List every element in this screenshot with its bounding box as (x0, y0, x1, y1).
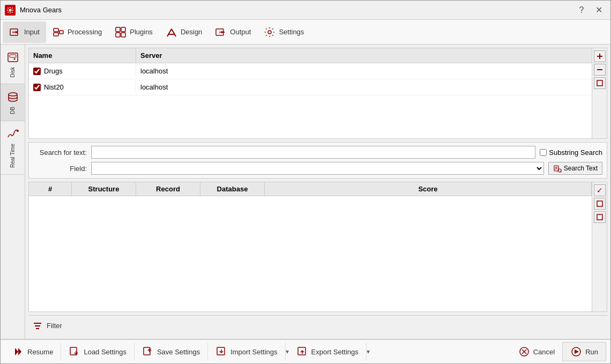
square-icon (596, 79, 603, 87)
db-name-cell: Drugs (29, 65, 136, 77)
main-window: Mnova Gears ? ✕ Input Processin (0, 0, 611, 364)
toolbar-item-output[interactable]: Output (208, 21, 257, 43)
save-settings-label: Save Settings (157, 348, 200, 356)
processing-label: Processing (68, 28, 102, 36)
results-section: # Structure Record Database Score ✓ (28, 182, 607, 312)
help-button[interactable]: ? (574, 4, 589, 16)
export-dropdown-arrow[interactable]: ▾ (367, 348, 370, 355)
svg-point-0 (9, 9, 12, 11)
app-icon (5, 5, 16, 16)
import-settings-button[interactable]: Import Settings (208, 343, 285, 361)
svg-rect-9 (121, 27, 125, 32)
filter-label: Filter (47, 322, 62, 330)
db-table-section: Name Server Drugs localhost (28, 48, 607, 139)
content-wrapper: Name Server Drugs localhost (25, 44, 610, 339)
output-label: Output (230, 28, 251, 36)
db-name-cell: Nist20 (29, 81, 136, 93)
col-hash-header: # (29, 182, 72, 196)
svg-marker-49 (575, 350, 579, 354)
toolbar-item-settings[interactable]: Settings (257, 21, 310, 43)
config-db-button[interactable] (594, 77, 606, 89)
main-content: Disk DB Real Time (1, 44, 610, 339)
drugs-server: localhost (136, 65, 592, 77)
run-button[interactable]: Run (562, 342, 606, 361)
filter-bar: Filter (28, 315, 607, 336)
svg-rect-41 (217, 347, 225, 355)
cancel-label: Cancel (533, 348, 555, 356)
save-settings-button[interactable]: Save Settings (135, 343, 208, 361)
db-right-buttons (592, 48, 607, 138)
titlebar-buttons: ? ✕ (574, 4, 606, 16)
select-all-button[interactable]: ✓ (594, 184, 606, 196)
sidebar-tab-db[interactable]: DB (1, 84, 25, 121)
svg-rect-33 (597, 201, 602, 206)
bottom-toolbar: Resume Load Settings Save Settings (1, 339, 610, 363)
search-text-row: Search for text: Substring Search (33, 146, 602, 159)
processing-icon (53, 26, 64, 38)
field-select-wrapper (91, 162, 544, 175)
search-text-icon (553, 164, 562, 173)
export-settings-button[interactable]: Export Settings (289, 343, 367, 361)
db-table-header: Name Server (29, 48, 592, 63)
remove-db-button[interactable] (594, 64, 606, 76)
add-db-button[interactable] (594, 50, 606, 62)
load-settings-icon (69, 346, 80, 358)
plugins-icon (115, 26, 126, 38)
col-database-header: Database (200, 182, 265, 196)
substring-search-container: Substring Search (540, 148, 602, 157)
svg-point-20 (13, 58, 15, 60)
filter-icon (33, 321, 42, 331)
deselect-button[interactable] (594, 198, 606, 210)
sidebar-tab-realtime[interactable]: Real Time (1, 121, 25, 175)
svg-rect-19 (10, 55, 16, 57)
svg-point-22 (17, 130, 19, 132)
substring-search-label: Substring Search (549, 148, 602, 157)
toolbar-item-plugins[interactable]: Plugins (108, 21, 159, 43)
table-row: Drugs localhost (29, 63, 592, 79)
results-header: # Structure Record Database Score (29, 182, 592, 196)
table-spacer (29, 95, 592, 138)
svg-point-21 (9, 93, 17, 96)
input-label: Input (24, 28, 40, 36)
db-label: DB (10, 107, 16, 114)
cancel-button[interactable]: Cancel (511, 343, 562, 361)
table-row: Nist20 localhost (29, 79, 592, 95)
toolbar-item-design[interactable]: Design (159, 21, 208, 43)
svg-rect-34 (597, 214, 602, 220)
svg-marker-35 (15, 348, 18, 355)
nist20-checkbox[interactable] (33, 84, 41, 91)
drugs-checkbox[interactable] (33, 68, 41, 75)
load-settings-button[interactable]: Load Settings (61, 343, 135, 361)
resume-button[interactable]: Resume (5, 343, 61, 361)
sidebar-tab-disk[interactable]: Disk (1, 44, 25, 84)
toolbar-item-input[interactable]: Input (3, 21, 46, 43)
input-icon (9, 26, 21, 38)
search-text-button[interactable]: Search Text (548, 162, 602, 175)
search-for-text-label: Search for text: (33, 148, 87, 157)
results-inner: # Structure Record Database Score (29, 182, 592, 311)
field-select[interactable] (91, 162, 544, 175)
realtime-icon (6, 128, 19, 140)
field-label: Field: (33, 165, 87, 173)
svg-rect-8 (116, 27, 120, 32)
close-button[interactable]: ✕ (591, 4, 606, 16)
sidebar: Disk DB Real Time (1, 44, 25, 339)
design-icon (166, 26, 177, 38)
nist20-name: Nist20 (44, 83, 64, 91)
search-text-input[interactable] (91, 146, 535, 159)
results-square-icon (597, 214, 603, 220)
cancel-icon (518, 346, 530, 358)
export-settings-icon (296, 346, 308, 358)
col-name-header: Name (29, 48, 136, 63)
minus-icon (596, 66, 603, 73)
import-settings-label: Import Settings (230, 348, 277, 356)
resume-icon (12, 346, 24, 358)
main-toolbar: Input Processing Plugins (1, 20, 610, 44)
search-area: Search for text: Substring Search Field: (28, 142, 607, 179)
results-config-button[interactable] (594, 211, 606, 223)
svg-line-12 (167, 29, 172, 36)
substring-search-checkbox[interactable] (540, 149, 547, 156)
svg-line-32 (561, 172, 561, 172)
toolbar-item-processing[interactable]: Processing (46, 21, 108, 43)
empty-check-icon (597, 200, 603, 207)
